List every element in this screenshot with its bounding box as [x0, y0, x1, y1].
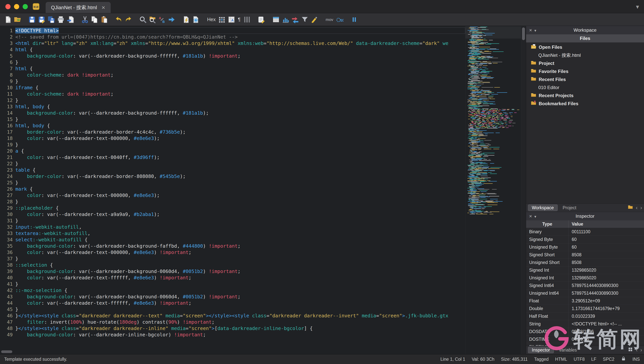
code-line[interactable]: input:-webkit-autofill,: [15, 224, 465, 230]
redo-button[interactable]: [124, 15, 133, 25]
inspector-row[interactable]: Signed Int1329865020: [526, 266, 644, 274]
code-line[interactable]: background-color: var(--darkreader-backg…: [15, 294, 465, 300]
horizontal-scrollbar-thumb[interactable]: [1, 350, 12, 353]
minimap[interactable]: [465, 26, 521, 354]
code-line[interactable]: }: [15, 141, 465, 148]
code-line[interactable]: ::placeholder {: [15, 205, 465, 211]
code-line[interactable]: background-color: var(--darkreader-backg…: [15, 268, 465, 275]
inspector-close-icon[interactable]: ×: [529, 213, 532, 219]
tree-item-project[interactable]: Project: [526, 59, 644, 67]
folder-icon[interactable]: [628, 205, 633, 211]
code-line[interactable]: <!-- saved from url=(0047)https://cn.bin…: [15, 34, 465, 40]
type-column-header[interactable]: Type: [526, 220, 569, 228]
code-line[interactable]: }</style><style class="darkreader darkre…: [15, 325, 465, 331]
code-line[interactable]: color: var(--darkreader-text-000000, #e8…: [15, 192, 465, 199]
notes-button[interactable]: [256, 15, 266, 25]
goto-button[interactable]: [167, 15, 176, 25]
column-mode-button[interactable]: [242, 15, 252, 25]
pause-button[interactable]: [350, 15, 359, 25]
histogram-button[interactable]: [281, 15, 290, 25]
code-line[interactable]: }: [15, 179, 465, 186]
close-window-button[interactable]: [5, 4, 10, 9]
find-in-files-button[interactable]: [148, 15, 157, 25]
code-line[interactable]: background-color: var(--darkreader-inlin…: [15, 331, 465, 338]
tree-item-recent-file[interactable]: 010 Editor: [526, 84, 644, 92]
inspector-row[interactable]: String<!DOCTYPE html> <!-- ...: [526, 320, 644, 328]
highlight-button[interactable]: [310, 15, 319, 25]
mov-label[interactable]: mov: [324, 17, 335, 22]
tab-scroll-left-icon[interactable]: ‹: [636, 347, 638, 353]
tree-item-open-files[interactable]: Open Files: [526, 43, 644, 51]
inspector-row[interactable]: FILETIME: [526, 343, 644, 346]
save-as-button[interactable]: [37, 15, 46, 25]
code-line[interactable]: color: var(--darkreader-text-ffffff, #e8…: [15, 275, 465, 281]
code-line[interactable]: }: [15, 256, 465, 262]
code-line[interactable]: ::-moz-selection {: [15, 287, 465, 294]
inspector-row[interactable]: Signed Int645789751444030890300: [526, 282, 644, 289]
inspector-row[interactable]: Unsigned Int645789751444030890300: [526, 289, 644, 297]
editor[interactable]: 1234567891011121314151617181920212223242…: [0, 26, 526, 354]
vertical-scrollbar[interactable]: [521, 26, 526, 354]
minimize-window-button[interactable]: [14, 4, 19, 9]
panel-tab-variables[interactable]: Variables: [555, 347, 581, 353]
document-tab[interactable]: QJianNet - 搜索.html ×: [46, 2, 111, 13]
find-button[interactable]: [138, 15, 148, 25]
tab-list-chevron-icon[interactable]: ▾: [636, 3, 639, 10]
paste-button[interactable]: [99, 15, 109, 25]
code-line[interactable]: }: [15, 160, 465, 167]
code-line[interactable]: background-color: var(--darkreader-backg…: [15, 53, 465, 59]
inspector-row[interactable]: Unsigned Short8508: [526, 259, 644, 266]
run-script-button[interactable]: [182, 15, 191, 25]
code-line[interactable]: table {: [15, 167, 465, 173]
hex-mode-label[interactable]: Hex: [206, 17, 217, 22]
inspector-row[interactable]: Float3.290512e+09: [526, 297, 644, 305]
code-line[interactable]: color-scheme: dark !important;: [15, 72, 465, 78]
inspector-menu-chevron-icon[interactable]: ▾: [534, 214, 536, 219]
workspace-menu-chevron-icon[interactable]: ▾: [534, 28, 536, 33]
code-line[interactable]: <html dir="ltr" lang="zh" xml:lang="zh" …: [15, 40, 465, 47]
zoom-window-button[interactable]: [23, 4, 28, 9]
code-line[interactable]: a {: [15, 148, 465, 154]
new-file-button[interactable]: [3, 15, 13, 25]
inspector-row[interactable]: Binary00111100: [526, 228, 644, 236]
code-line[interactable]: color: var(--darkreader-text-a9a9a9, #b2…: [15, 211, 465, 218]
tree-item-recent-projects[interactable]: Recent Projects: [526, 92, 644, 100]
code-line[interactable]: html, body {: [15, 103, 465, 110]
workspace-close-icon[interactable]: ×: [529, 27, 532, 33]
code-line[interactable]: ::selection {: [15, 262, 465, 268]
tab-scroll-right-icon[interactable]: ›: [640, 205, 642, 211]
char-table-button[interactable]: A: [227, 15, 236, 25]
value-column-header[interactable]: Value: [569, 220, 644, 228]
code-line[interactable]: iframe {: [15, 84, 465, 91]
inspector-row[interactable]: Unsigned Int1329865020: [526, 274, 644, 282]
export-button[interactable]: [66, 15, 75, 25]
code-line[interactable]: html {: [15, 66, 465, 72]
code-line[interactable]: html {: [15, 47, 465, 53]
code-line[interactable]: }: [15, 281, 465, 287]
panel-tab-inspector[interactable]: Inspector: [528, 347, 554, 353]
panel-tab-workspace[interactable]: Workspace: [528, 205, 558, 211]
code-line[interactable]: color: var(--darkreader-text-0040ff, #3d…: [15, 154, 465, 160]
code-line[interactable]: color: var(--darkreader-text-000000, #e8…: [15, 135, 465, 141]
panel-tab-project[interactable]: Project: [559, 205, 580, 211]
tree-item-recent-files[interactable]: Recent Files: [526, 75, 644, 84]
inspector-row[interactable]: DOSDATE09/28/1996: [526, 328, 644, 336]
hex-view-button[interactable]: [217, 15, 227, 25]
code-line[interactable]: html, body {: [15, 122, 465, 129]
inspector-row[interactable]: Half Float0.01022339: [526, 312, 644, 320]
show-invisibles-button[interactable]: ¶: [236, 17, 242, 22]
print-button[interactable]: [56, 15, 66, 25]
inspector-row[interactable]: Unsigned Byte60: [526, 243, 644, 251]
code-line[interactable]: }: [15, 59, 465, 66]
save-all-button[interactable]: [46, 15, 56, 25]
grid-icon[interactable]: [628, 347, 633, 353]
copy-button[interactable]: [90, 15, 99, 25]
compare-button[interactable]: [290, 15, 300, 25]
filter-button[interactable]: [300, 15, 310, 25]
inspector-row[interactable]: DOSTIME04:09:56: [526, 336, 644, 343]
tab-scroll-left-icon[interactable]: ‹: [636, 205, 638, 211]
replace-button[interactable]: AB: [157, 15, 167, 25]
code-area[interactable]: <!DOCTYPE html><!-- saved from url=(0047…: [15, 26, 465, 354]
code-line[interactable]: filter: invert(100%) hue-rotate(180deg) …: [15, 319, 465, 325]
code-line[interactable]: }: [15, 218, 465, 224]
